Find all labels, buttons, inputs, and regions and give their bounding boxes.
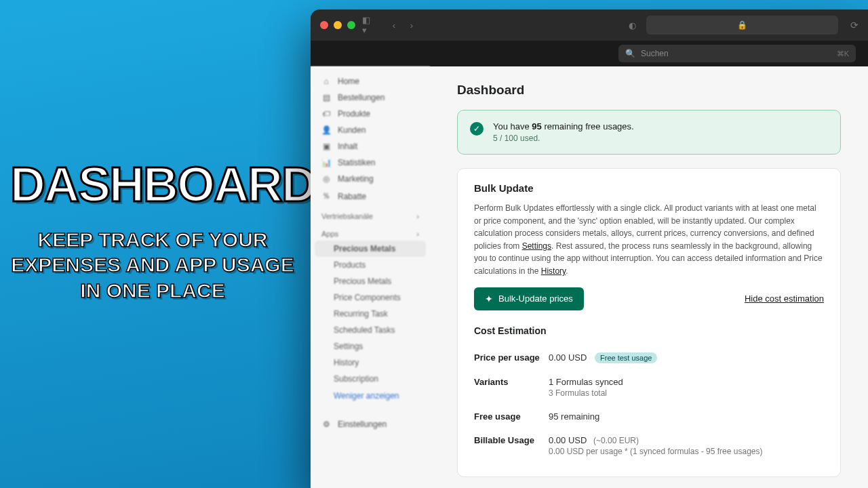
bulk-heading: Bulk Update bbox=[474, 182, 824, 194]
sidebar-item[interactable]: ▣Inhalt bbox=[311, 138, 430, 155]
sidebar-item-label: Kunden bbox=[338, 125, 366, 135]
url-bar[interactable]: 🔒 bbox=[646, 16, 838, 35]
sidebar-toggle-icon[interactable]: ◧ ▾ bbox=[362, 20, 377, 30]
sidebar-item-label: Home bbox=[338, 77, 359, 86]
app-nav-item[interactable]: History bbox=[311, 354, 430, 371]
sidebar-item[interactable]: 🏷Produkte bbox=[311, 106, 430, 122]
sidebar-item[interactable]: 📊Statistiken bbox=[311, 155, 430, 171]
sidebar-item-label: Statistiken bbox=[338, 158, 375, 167]
app-nav-item[interactable]: Scheduled Tasks bbox=[311, 322, 430, 338]
free-usage-badge: Free test usage bbox=[595, 352, 657, 363]
app-nav-item[interactable]: Precious Metals bbox=[311, 273, 430, 289]
nav-icon: ▤ bbox=[321, 93, 331, 102]
hide-estimation-link[interactable]: Hide cost estimation bbox=[745, 293, 824, 304]
sidebar-item-label: Einstellungen bbox=[338, 420, 387, 429]
app-nav-item[interactable]: Settings bbox=[311, 338, 430, 354]
back-icon[interactable]: ‹ bbox=[387, 20, 401, 30]
app-nav-item[interactable]: Products bbox=[311, 257, 430, 273]
sidebar-item[interactable]: ⌂Home bbox=[311, 73, 430, 89]
search-shortcut: ⌘K bbox=[837, 49, 849, 58]
sparkle-icon: ✦ bbox=[485, 293, 493, 304]
promo-subtitle: KEEP TRACK OF YOUR EXPENSES AND APP USAG… bbox=[10, 227, 295, 304]
banner-text: You have 95 remaining free usages. bbox=[493, 121, 634, 131]
sidebar-settings[interactable]: ⚙ Einstellungen bbox=[311, 416, 430, 432]
bulk-update-button[interactable]: ✦ Bulk-Update prices bbox=[474, 287, 584, 310]
lock-icon: 🔒 bbox=[737, 20, 747, 30]
nav-icon: ％ bbox=[321, 190, 331, 202]
row-variants: Variants 1 Formulas synced 3 Formulas to… bbox=[474, 370, 824, 405]
sidebar-item-label: Inhalt bbox=[338, 142, 357, 151]
search-placeholder: Suchen bbox=[641, 49, 669, 58]
section-channels[interactable]: Vertriebskanäle› bbox=[311, 205, 430, 223]
success-banner: ✓ You have 95 remaining free usages. 5 /… bbox=[457, 110, 841, 155]
sidebar-item[interactable]: ▤Bestellungen bbox=[311, 89, 430, 106]
row-free-usage: Free usage 95 remaining bbox=[474, 405, 824, 428]
close-icon[interactable] bbox=[320, 21, 328, 29]
search-input[interactable]: 🔍 Suchen ⌘K bbox=[618, 45, 856, 62]
promo-overlay: DASHBOARD KEEP TRACK OF YOUR EXPENSES AN… bbox=[10, 163, 295, 303]
sidebar-item[interactable]: ◎Marketing bbox=[311, 171, 430, 187]
sidebar-item-label: Produkte bbox=[338, 109, 370, 119]
browser-window: ◧ ▾ ‹ › ◐ 🔒 ⟳ 🔍 Suchen ⌘K ⌂Home▤Bestellu… bbox=[311, 9, 868, 488]
nav-icon: 📊 bbox=[321, 158, 331, 167]
row-price-per-usage: Price per usage 0.00 USD Free test usage bbox=[474, 346, 824, 370]
search-icon: 🔍 bbox=[625, 49, 635, 58]
sidebar-item-label: Rabatte bbox=[338, 192, 366, 201]
row-billable-usage: Billable Usage 0.00 USD (~0.00 EUR) 0.00… bbox=[474, 428, 824, 463]
nav-icon: ◎ bbox=[321, 174, 331, 184]
history-link[interactable]: History bbox=[541, 266, 566, 276]
show-less-link[interactable]: Weniger anzeigen bbox=[311, 387, 430, 404]
maximize-icon[interactable] bbox=[347, 21, 355, 29]
bulk-description: Perform Bulk Updates effortlessly with a… bbox=[474, 202, 824, 278]
app-nav-item[interactable]: Recurring Task bbox=[311, 306, 430, 322]
app-nav-item[interactable]: Precious Metals bbox=[315, 241, 426, 257]
main-content: Dashboard ✓ You have 95 remaining free u… bbox=[430, 66, 868, 488]
nav-icon: ⌂ bbox=[321, 77, 331, 86]
sidebar-item[interactable]: 👤Kunden bbox=[311, 122, 430, 138]
traffic-lights bbox=[320, 21, 355, 29]
chevron-right-icon: › bbox=[416, 230, 419, 238]
app-header: 🔍 Suchen ⌘K bbox=[311, 41, 868, 66]
nav-icon: ▣ bbox=[321, 142, 331, 151]
check-icon: ✓ bbox=[470, 122, 484, 136]
app-nav-item[interactable]: Subscription bbox=[311, 371, 430, 387]
minimize-icon[interactable] bbox=[334, 21, 342, 29]
banner-sub: 5 / 100 used. bbox=[493, 134, 634, 143]
settings-link[interactable]: Settings bbox=[522, 241, 551, 251]
gear-icon: ⚙ bbox=[321, 420, 331, 429]
sidebar: ⌂Home▤Bestellungen🏷Produkte👤Kunden▣Inhal… bbox=[311, 66, 430, 488]
section-apps[interactable]: Apps› bbox=[311, 223, 430, 241]
browser-titlebar: ◧ ▾ ‹ › ◐ 🔒 ⟳ bbox=[311, 9, 868, 41]
sidebar-item-label: Marketing bbox=[338, 174, 374, 184]
bulk-update-card: Bulk Update Perform Bulk Updates effortl… bbox=[457, 168, 841, 477]
shield-icon[interactable]: ◐ bbox=[625, 20, 639, 30]
nav-icon: 👤 bbox=[321, 125, 331, 135]
promo-title: DASHBOARD bbox=[10, 163, 295, 207]
sidebar-item[interactable]: ％Rabatte bbox=[311, 187, 430, 205]
nav-icon: 🏷 bbox=[321, 109, 331, 119]
page-title: Dashboard bbox=[457, 83, 841, 98]
reload-icon[interactable]: ⟳ bbox=[850, 20, 859, 30]
cost-heading: Cost Estimation bbox=[474, 325, 824, 336]
chevron-right-icon: › bbox=[416, 212, 419, 220]
forward-icon[interactable]: › bbox=[404, 20, 419, 30]
sidebar-item-label: Bestellungen bbox=[338, 93, 384, 102]
app-nav-item[interactable]: Price Components bbox=[311, 289, 430, 306]
